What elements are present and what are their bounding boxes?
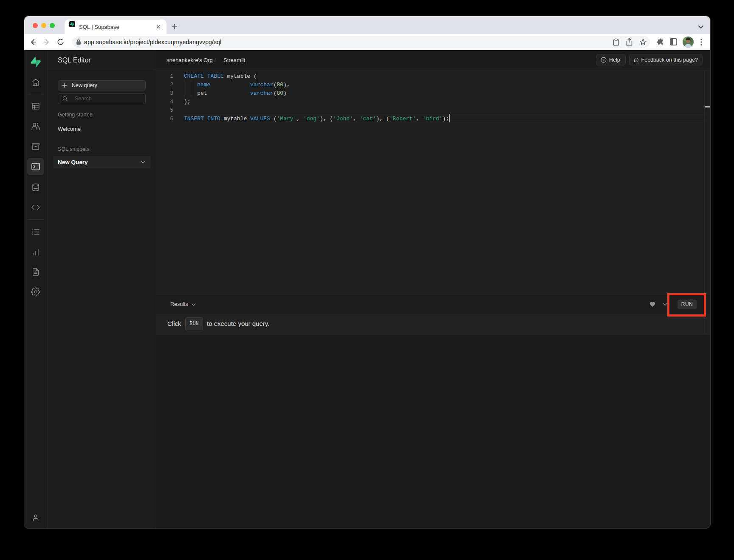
svg-text:?: ? [603, 58, 605, 62]
